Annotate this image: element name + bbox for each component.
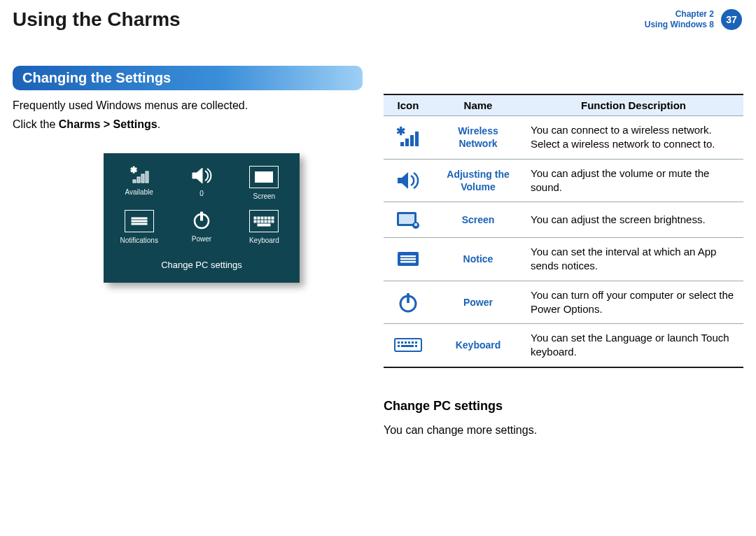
wifi-icon: ✱: [384, 116, 433, 160]
tile-grid: ✱ Available: [111, 163, 293, 246]
svg-rect-1: [133, 180, 136, 183]
svg-marker-5: [192, 168, 202, 183]
table-row: ✱ Wireless Network You can connect to a …: [384, 116, 743, 160]
svg-rect-15: [265, 217, 267, 219]
volume-icon: [190, 166, 214, 185]
change-pc-settings-link[interactable]: Change PC settings: [111, 246, 293, 277]
svg-rect-32: [399, 214, 414, 224]
intro-line-2: Click the Charms > Settings.: [13, 116, 363, 132]
right-column: Icon Name Function Description ✱: [384, 43, 743, 441]
svg-rect-27: [405, 139, 409, 146]
svg-rect-46: [412, 341, 414, 344]
function-table: Icon Name Function Description ✱: [384, 94, 743, 368]
tile-notifications[interactable]: Notifications: [111, 207, 167, 246]
svg-rect-2: [137, 177, 140, 183]
table-header-row: Icon Name Function Description: [384, 94, 743, 116]
screen-icon: [249, 166, 279, 188]
chapter-block: Chapter 2 Using Windows 8: [645, 9, 714, 30]
notifications-icon: [125, 210, 154, 232]
tile-label: Notifications: [120, 237, 158, 244]
row-desc: You can set the interval at which an App…: [524, 238, 743, 281]
keyboard-icon: [249, 210, 279, 232]
tile-screen[interactable]: Screen: [236, 163, 293, 202]
notice-icon: [384, 238, 433, 281]
row-desc: You can connect to a wireless network. S…: [524, 116, 743, 160]
tile-volume[interactable]: 0: [173, 163, 230, 202]
header-right: Chapter 2 Using Windows 8 37: [645, 9, 742, 30]
page-header: Using the Charms Chapter 2 Using Windows…: [0, 0, 756, 43]
svg-rect-3: [141, 174, 144, 183]
tile-label: Keyboard: [249, 237, 279, 244]
row-desc: You can set the Language or launch Touch…: [524, 324, 743, 367]
volume-icon: [384, 159, 433, 202]
svg-rect-4: [146, 171, 148, 183]
row-name: Adjusting the Volume: [433, 159, 524, 202]
row-name: Power: [433, 281, 524, 324]
svg-rect-24: [258, 224, 270, 226]
intro-line-2-prefix: Click the: [13, 118, 59, 130]
svg-rect-47: [415, 341, 417, 344]
row-name: Notice: [433, 238, 524, 281]
svg-rect-36: [400, 255, 416, 258]
svg-rect-14: [261, 217, 263, 219]
svg-rect-20: [261, 220, 263, 223]
intro-line-2-suffix: .: [158, 118, 160, 130]
svg-rect-8: [132, 220, 147, 222]
row-desc: You can turn off your computer or select…: [524, 281, 743, 324]
svg-marker-30: [398, 172, 408, 189]
tile-label: 0: [200, 190, 204, 197]
section-heading-bar: Changing the Settings: [13, 66, 363, 90]
tile-available[interactable]: ✱ Available: [111, 163, 167, 202]
svg-rect-16: [268, 217, 270, 219]
svg-rect-17: [272, 217, 274, 219]
svg-rect-40: [407, 293, 410, 303]
intro-line-2-bold: Charms > Settings: [59, 118, 158, 130]
tile-label: Power: [192, 235, 211, 243]
svg-rect-29: [415, 132, 419, 146]
tile-label: Screen: [253, 192, 275, 200]
power-icon: [191, 210, 212, 231]
svg-rect-18: [254, 220, 256, 223]
table-row: Adjusting the Volume You can adjust the …: [384, 159, 743, 202]
change-pc-settings-body: You can change more settings.: [384, 422, 743, 438]
svg-rect-42: [398, 341, 400, 344]
settings-panel: ✱ Available: [104, 153, 300, 283]
table-row: Notice You can set the interval at which…: [384, 238, 743, 281]
col-header-icon: Icon: [384, 94, 433, 116]
svg-rect-37: [400, 258, 416, 260]
chapter-line-1: Chapter 2: [645, 9, 714, 20]
page-title: Using the Charms: [13, 8, 181, 31]
row-name: Keyboard: [433, 324, 524, 367]
svg-text:✱: ✱: [130, 166, 137, 175]
tile-keyboard[interactable]: Keyboard: [236, 207, 293, 246]
svg-rect-22: [268, 220, 270, 223]
chapter-line-2: Using Windows 8: [645, 20, 714, 30]
table-row: Keyboard You can set the Language or lau…: [384, 324, 743, 367]
svg-rect-49: [401, 345, 414, 347]
col-header-name: Name: [433, 94, 524, 116]
row-name: Screen: [433, 202, 524, 238]
svg-rect-28: [410, 135, 414, 146]
svg-rect-23: [272, 220, 274, 223]
svg-rect-11: [200, 212, 202, 220]
svg-rect-21: [265, 220, 267, 223]
page-number-badge: 37: [721, 9, 742, 30]
svg-rect-9: [132, 223, 147, 225]
keyboard-icon: [384, 324, 433, 367]
svg-rect-12: [254, 217, 256, 219]
svg-rect-48: [398, 345, 400, 347]
table-row: Power You can turn off your computer or …: [384, 281, 743, 324]
wifi-icon: ✱: [127, 166, 151, 184]
intro-line-1: Frequently used Windows menus are collec…: [13, 97, 363, 113]
svg-rect-45: [408, 341, 410, 344]
svg-text:✱: ✱: [396, 127, 405, 137]
table-row: Screen You can adjust the screen brightn…: [384, 202, 743, 238]
svg-rect-38: [400, 261, 416, 263]
svg-rect-19: [258, 220, 260, 223]
row-desc: You can adjust the volume or mute the so…: [524, 159, 743, 202]
change-pc-settings-heading: Change PC settings: [384, 399, 743, 414]
svg-rect-6: [255, 171, 273, 183]
tile-power[interactable]: Power: [173, 207, 230, 246]
svg-rect-44: [405, 341, 407, 344]
col-header-desc: Function Description: [524, 94, 743, 116]
